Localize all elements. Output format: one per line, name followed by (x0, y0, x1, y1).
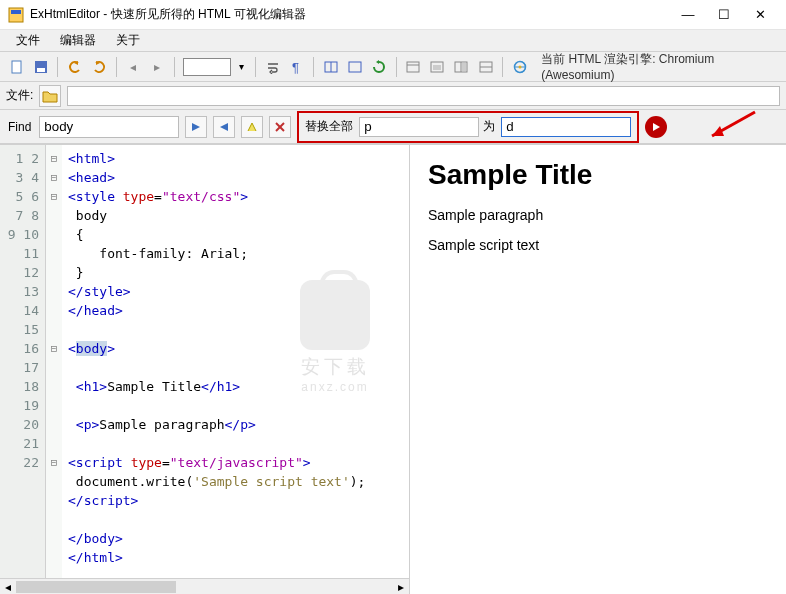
window-title: ExHtmlEditor - 快速所见所得的 HTML 可视化编辑器 (30, 6, 670, 23)
new-button[interactable] (6, 56, 27, 78)
menu-editor[interactable]: 编辑器 (50, 30, 106, 51)
browser-button[interactable] (509, 56, 530, 78)
title-bar: ExHtmlEditor - 快速所见所得的 HTML 可视化编辑器 — ☐ ✕ (0, 0, 786, 30)
view-split1-button[interactable] (451, 56, 472, 78)
separator (116, 57, 117, 77)
menu-bar: 文件 编辑器 关于 (0, 30, 786, 52)
file-label: 文件: (6, 87, 33, 104)
render-engine-label: 当前 HTML 渲染引擎: Chromium (Awesomium) (541, 51, 780, 82)
file-path-input[interactable] (67, 86, 780, 106)
find-replace-bar: Find 替换全部 为 (0, 110, 786, 144)
svg-rect-4 (37, 68, 45, 72)
replace-group: 替换全部 为 (297, 111, 639, 143)
separator (313, 57, 314, 77)
close-button[interactable]: ✕ (742, 1, 778, 29)
refresh-button[interactable] (369, 56, 390, 78)
replace-all-label: 替换全部 (305, 118, 353, 135)
annotation-arrow (700, 108, 760, 144)
scroll-right-icon[interactable]: ▸ (393, 579, 409, 594)
preview-title: Sample Title (428, 159, 768, 191)
replace-from-input[interactable] (359, 117, 479, 137)
highlight-button[interactable] (241, 116, 263, 138)
horizontal-scrollbar[interactable]: ◂ ▸ (0, 578, 409, 594)
scroll-left-icon[interactable]: ◂ (0, 579, 16, 594)
minimize-button[interactable]: — (670, 1, 706, 29)
separator (174, 57, 175, 77)
menu-file[interactable]: 文件 (6, 30, 50, 51)
svg-rect-1 (11, 10, 21, 14)
find-next-button[interactable] (185, 116, 207, 138)
svg-rect-15 (462, 63, 466, 71)
maximize-button[interactable]: ☐ (706, 1, 742, 29)
main-toolbar: ◂ ▸ ¶ 当前 HTML 渲染引擎: Chromium (Awesomium) (0, 52, 786, 82)
undo-button[interactable] (64, 56, 85, 78)
find-input[interactable] (39, 116, 179, 138)
svg-text:¶: ¶ (292, 60, 299, 74)
replace-to-label: 为 (483, 118, 495, 135)
svg-rect-2 (12, 61, 21, 73)
file-bar: 文件: (0, 82, 786, 110)
code-editor-pane: 1 2 3 4 5 6 7 8 9 10 11 12 13 14 15 16 1… (0, 145, 410, 594)
clear-find-button[interactable] (269, 116, 291, 138)
svg-point-19 (518, 65, 521, 68)
code-text[interactable]: <html> <head> <style type="text/css"> bo… (62, 145, 409, 578)
find-prev-button[interactable] (213, 116, 235, 138)
open-file-button[interactable] (39, 85, 61, 107)
svg-rect-9 (407, 62, 419, 72)
color-picker[interactable] (183, 58, 231, 76)
fold-column[interactable]: ⊟ ⊟ ⊟ ⊟ ⊟ (46, 145, 62, 578)
workspace: 1 2 3 4 5 6 7 8 9 10 11 12 13 14 15 16 1… (0, 144, 786, 594)
separator (255, 57, 256, 77)
line-gutter: 1 2 3 4 5 6 7 8 9 10 11 12 13 14 15 16 1… (0, 145, 46, 578)
separator (396, 57, 397, 77)
view-split2-button[interactable] (475, 56, 496, 78)
svg-rect-12 (433, 65, 441, 70)
preview-script-text: Sample script text (428, 237, 768, 253)
indent-button[interactable]: ▸ (147, 56, 168, 78)
menu-about[interactable]: 关于 (106, 30, 150, 51)
scroll-thumb[interactable] (16, 581, 176, 593)
svg-rect-8 (349, 62, 361, 72)
preview-pane: Sample Title Sample paragraph Sample scr… (410, 145, 786, 594)
separator (57, 57, 58, 77)
app-icon (8, 7, 24, 23)
save-button[interactable] (30, 56, 51, 78)
find-label: Find (8, 120, 31, 134)
wrap-button[interactable] (262, 56, 283, 78)
paragraph-button[interactable]: ¶ (286, 56, 307, 78)
view-preview-button[interactable] (427, 56, 448, 78)
view-code-button[interactable] (403, 56, 424, 78)
layout-single-button[interactable] (344, 56, 365, 78)
replace-to-input[interactable] (501, 117, 631, 137)
preview-paragraph: Sample paragraph (428, 207, 768, 223)
code-area[interactable]: 1 2 3 4 5 6 7 8 9 10 11 12 13 14 15 16 1… (0, 145, 409, 578)
redo-button[interactable] (88, 56, 109, 78)
outdent-button[interactable]: ◂ (122, 56, 143, 78)
layout-split-button[interactable] (320, 56, 341, 78)
execute-replace-button[interactable] (645, 116, 667, 138)
separator (502, 57, 503, 77)
